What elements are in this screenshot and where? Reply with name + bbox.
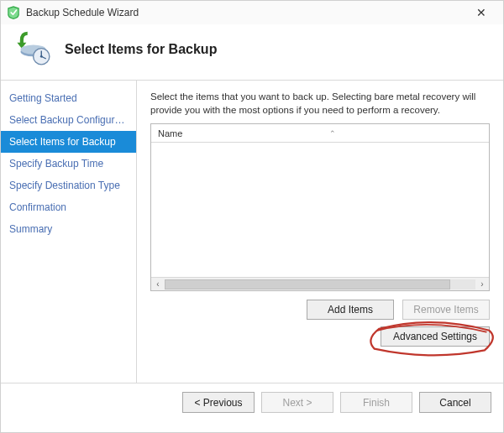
step-select-items-for-backup[interactable]: Select Items for Backup bbox=[1, 131, 136, 153]
instructions-text: Select the items that you want to back u… bbox=[150, 91, 490, 117]
close-icon: ✕ bbox=[476, 6, 486, 19]
close-button[interactable]: ✕ bbox=[465, 1, 498, 24]
step-select-backup-configuration[interactable]: Select Backup Configurat... bbox=[1, 109, 136, 131]
page-title: Select Items for Backup bbox=[65, 42, 217, 57]
step-confirmation[interactable]: Confirmation bbox=[1, 196, 136, 218]
column-name-label: Name bbox=[158, 128, 182, 138]
next-button: Next > bbox=[261, 392, 333, 413]
wizard-footer: < Previous Next > Finish Cancel bbox=[1, 383, 503, 421]
wizard-icon bbox=[6, 5, 21, 20]
list-body[interactable] bbox=[151, 143, 489, 277]
sort-caret-icon: ⌃ bbox=[329, 129, 336, 138]
add-items-button[interactable]: Add Items bbox=[307, 300, 394, 320]
backup-schedule-icon bbox=[16, 31, 53, 68]
scroll-right-button[interactable]: › bbox=[475, 279, 489, 290]
wizard-body: Getting Started Select Backup Configurat… bbox=[1, 81, 503, 383]
step-specify-backup-time[interactable]: Specify Backup Time bbox=[1, 153, 136, 175]
step-specify-destination-type[interactable]: Specify Destination Type bbox=[1, 175, 136, 196]
items-listbox[interactable]: Name ⌃ ‹ › bbox=[150, 123, 490, 291]
advanced-settings-button[interactable]: Advanced Settings bbox=[381, 326, 490, 347]
finish-button: Finish bbox=[340, 392, 412, 413]
step-summary[interactable]: Summary bbox=[1, 218, 136, 240]
item-actions-row: Add Items Remove Items bbox=[150, 300, 490, 320]
list-column-header[interactable]: Name ⌃ bbox=[151, 124, 489, 143]
horizontal-scrollbar[interactable]: ‹ › bbox=[151, 277, 489, 290]
scroll-left-button[interactable]: ‹ bbox=[151, 279, 165, 290]
title-bar: Backup Schedule Wizard ✕ bbox=[1, 1, 503, 24]
step-getting-started[interactable]: Getting Started bbox=[1, 87, 136, 109]
advanced-settings-row: Advanced Settings bbox=[150, 326, 490, 347]
remove-items-button: Remove Items bbox=[402, 300, 490, 320]
main-panel: Select the items that you want to back u… bbox=[137, 81, 503, 383]
scroll-track[interactable] bbox=[165, 279, 475, 290]
cancel-button[interactable]: Cancel bbox=[419, 392, 491, 413]
svg-point-5 bbox=[40, 55, 43, 58]
scroll-thumb[interactable] bbox=[165, 279, 450, 290]
steps-sidebar: Getting Started Select Backup Configurat… bbox=[1, 81, 137, 383]
wizard-header: Select Items for Backup bbox=[1, 24, 503, 81]
previous-button[interactable]: < Previous bbox=[182, 392, 255, 413]
window-title: Backup Schedule Wizard bbox=[26, 7, 465, 18]
